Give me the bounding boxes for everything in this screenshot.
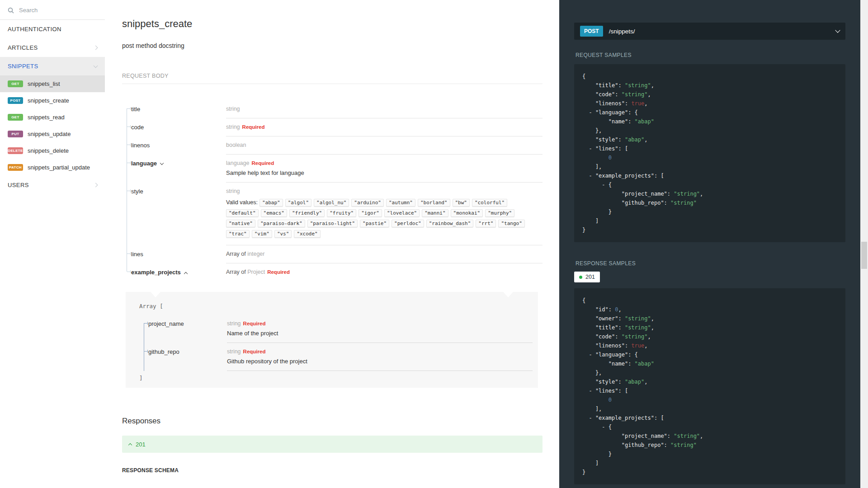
sidebar-item-snippets-delete[interactable]: DELETE snippets_delete	[0, 142, 105, 159]
chevron-down-icon	[160, 161, 164, 165]
sidebar-item-snippets-read[interactable]: GET snippets_read	[0, 109, 105, 126]
field-row-style: style string Valid values:"abap""algol""…	[122, 183, 542, 245]
endpoint-dropdown[interactable]: POST /snippets/	[574, 23, 845, 40]
sidebar-item-snippets[interactable]: SNIPPETS	[0, 57, 105, 75]
status-dot-icon	[579, 276, 582, 279]
field-type: string	[226, 106, 240, 112]
method-badge-patch: PATCH	[8, 164, 23, 171]
required-label: Required	[242, 124, 265, 130]
valid-value-badge: "paraiso-light"	[307, 220, 358, 227]
operation-label: snippets_list	[28, 80, 60, 87]
valid-value-badge: "rainbow_dash"	[426, 220, 474, 227]
valid-value-badge: "perldoc"	[392, 220, 424, 227]
field-type-prefix: Array of	[226, 269, 247, 275]
valid-value-badge: "vim"	[252, 230, 272, 238]
required-label: Required	[267, 269, 290, 275]
valid-value-badge: "friendly"	[289, 209, 325, 217]
field-row-linenos: linenos boolean	[122, 136, 542, 155]
field-name-expandable[interactable]: example_projects	[131, 263, 226, 281]
response-code: 201	[136, 441, 146, 448]
valid-value-badge: "monokai"	[451, 209, 483, 217]
field-type: string	[226, 124, 240, 130]
sidebar-section-label: USERS	[8, 182, 29, 188]
field-row-code: code stringRequired	[122, 118, 542, 136]
valid-value-badge: "emacs"	[261, 209, 287, 217]
sidebar-item-snippets-update[interactable]: PUT snippets_update	[0, 126, 105, 142]
valid-value-badge: "manni"	[422, 209, 448, 217]
field-help-text: Name of the project	[227, 330, 533, 337]
method-badge-get: GET	[8, 80, 23, 87]
valid-value-badge: "vs"	[274, 230, 292, 238]
request-sample-code[interactable]: { "title": "string", "code": "string", "…	[574, 64, 845, 242]
response-tab-label: 201	[585, 274, 595, 280]
field-type: boolean	[226, 142, 246, 148]
panel-notch	[151, 292, 160, 297]
field-name: project_name	[148, 315, 227, 343]
chevron-right-icon	[94, 183, 98, 188]
valid-value-badge: "colorful"	[472, 199, 507, 206]
field-row-language: language languageRequired Sample help te…	[122, 155, 542, 183]
sidebar: AUTHENTICATION ARTICLES SNIPPETS GET sni…	[0, 0, 105, 488]
valid-value-badge: "tango"	[498, 220, 524, 227]
search-icon	[8, 7, 14, 14]
page-title: snippets_create	[122, 18, 542, 30]
valid-value-badge: "murphy"	[485, 209, 514, 217]
sidebar-item-authentication[interactable]: AUTHENTICATION	[0, 20, 105, 38]
chevron-up-icon	[128, 443, 132, 446]
chevron-down-icon	[94, 63, 98, 68]
scrollbar-thumb[interactable]	[861, 242, 867, 269]
array-open-token: Array [	[139, 303, 533, 310]
response-201-banner[interactable]: 201	[122, 436, 542, 453]
vertical-scrollbar[interactable]	[860, 0, 868, 488]
sidebar-item-snippets-create[interactable]: POST snippets_create	[0, 92, 105, 109]
operation-label: snippets_delete	[28, 147, 69, 154]
field-row-title: title string	[122, 100, 542, 118]
valid-value-badge: "algol"	[285, 199, 311, 206]
sidebar-section-label: AUTHENTICATION	[8, 26, 61, 33]
request-samples-label: REQUEST SAMPLES	[576, 52, 845, 58]
sidebar-item-users[interactable]: USERS	[0, 176, 105, 194]
field-type: string	[226, 188, 240, 194]
operation-description: post method docstring	[122, 42, 542, 49]
field-type: string	[227, 320, 241, 327]
search-input[interactable]	[18, 6, 86, 14]
valid-value-badge: "xcode"	[294, 230, 320, 238]
field-help-text: Github repository of the project	[227, 358, 533, 365]
field-name: lines	[131, 245, 226, 263]
field-row-github-repo: github_repo stringRequired Github reposi…	[139, 343, 533, 371]
method-badge-delete: DELETE	[8, 147, 23, 154]
operation-label: snippets_create	[28, 97, 69, 104]
field-type: string	[227, 348, 241, 355]
sidebar-item-articles[interactable]: ARTICLES	[0, 38, 105, 57]
sidebar-item-snippets-partial-update[interactable]: PATCH snippets_partial_update	[0, 159, 105, 176]
panel-notch	[503, 292, 513, 297]
required-label: Required	[251, 160, 274, 166]
samples-panel: POST /snippets/ REQUEST SAMPLES { "title…	[559, 0, 860, 488]
field-name: code	[131, 118, 226, 136]
field-name-expandable[interactable]: language	[131, 155, 226, 183]
valid-value-badge: "fruity"	[327, 209, 356, 217]
search-bar[interactable]	[0, 1, 105, 20]
valid-value-badge: "pastie"	[360, 220, 389, 227]
valid-value-badge: "algol_nu"	[314, 199, 349, 206]
response-sample-tab-201[interactable]: 201	[574, 272, 600, 282]
valid-value-badge: "default"	[226, 209, 259, 217]
valid-values: Valid values:"abap""algol""algol_nu""ard…	[226, 197, 542, 239]
sidebar-item-snippets-list[interactable]: GET snippets_list	[0, 75, 105, 92]
sidebar-section-label: ARTICLES	[8, 44, 38, 51]
valid-values-label: Valid values:	[226, 199, 258, 206]
request-body-fields: title string code stringRequired linenos…	[122, 100, 542, 281]
valid-value-badge: "rrt"	[476, 220, 496, 227]
valid-value-badge: "paraiso-dark"	[258, 220, 305, 227]
response-sample-code[interactable]: { "id": 0, "owner": "string", "title": "…	[574, 288, 845, 484]
field-row-project-name: project_name stringRequired Name of the …	[139, 315, 533, 343]
valid-value-badge: "arduino"	[351, 199, 384, 206]
valid-value-badge: "abap"	[259, 199, 283, 206]
required-label: Required	[243, 349, 266, 354]
field-name: style	[131, 183, 226, 245]
method-badge-post: POST	[580, 26, 603, 37]
field-type: Project	[247, 269, 265, 275]
field-type-prefix: Array of	[226, 251, 247, 257]
operation-label: snippets_update	[28, 131, 71, 137]
response-samples-label: RESPONSE SAMPLES	[576, 260, 845, 267]
